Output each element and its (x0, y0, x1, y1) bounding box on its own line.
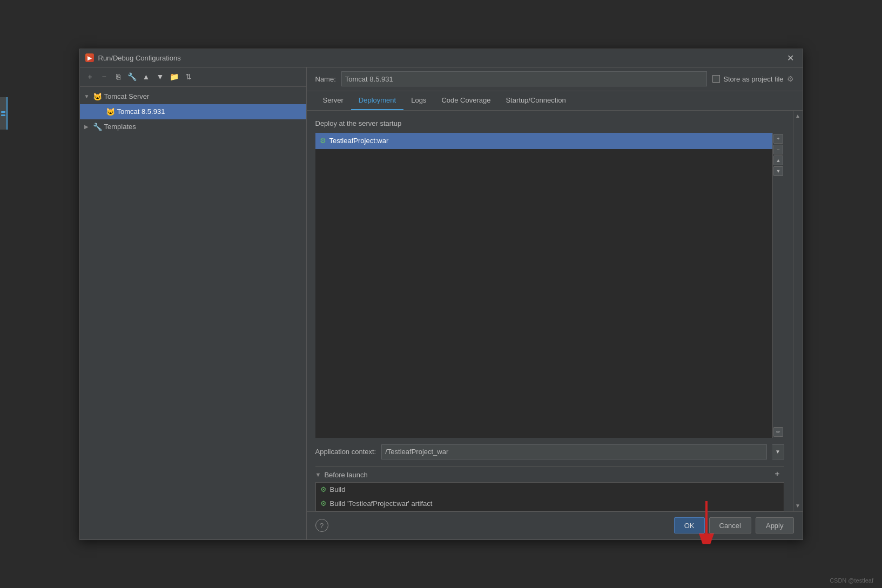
deploy-edit-btn[interactable]: ✏ (773, 427, 783, 437)
tomcat-group-label: Tomcat Server (104, 92, 150, 100)
before-launch-list: ⚙ Build ⚙ Build 'TestleafProject:war' ar… (315, 482, 784, 511)
tomcat-child-icon: 🐱 (106, 107, 115, 116)
tree-item-tomcat-config[interactable]: 🐱 Tomcat 8.5.931 (80, 104, 306, 119)
app-context-row: Application context: ▼ (315, 438, 784, 466)
tab-deployment[interactable]: Deployment (351, 91, 403, 110)
before-launch-header: ▼ Before launch (315, 467, 368, 482)
config-sidebar: + − ⎘ 🔧 ▲ ▼ 📁 ⇅ ▼ 🐱 Tomcat Server (80, 67, 307, 539)
before-launch-collapse-arrow[interactable]: ▼ (315, 471, 321, 478)
app-context-dropdown-btn[interactable]: ▼ (772, 444, 784, 459)
sidebar-toolbar: + − ⎘ 🔧 ▲ ▼ 📁 ⇅ (80, 67, 306, 87)
tab-startup-connection[interactable]: Startup/Connection (498, 91, 573, 110)
before-launch-label-1: Build 'TestleafProject:war' artifact (330, 499, 433, 508)
tab-content: Deploy at the server startup ⚙ TestleafP… (307, 111, 803, 511)
help-button[interactable]: ? (315, 519, 328, 532)
dialog-footer: ? OK Cancel Apply (307, 511, 803, 539)
expand-arrow-templates: ▶ (84, 124, 91, 130)
move-up-btn[interactable]: ▲ (140, 71, 152, 83)
store-checkbox[interactable] (712, 75, 720, 83)
tabs-bar: Server Deployment Logs Code Coverage Sta… (307, 91, 803, 111)
tab-code-coverage[interactable]: Code Coverage (434, 91, 498, 110)
deploy-remove-btn[interactable]: − (773, 145, 783, 154)
intellij-icon: ▶ (85, 53, 94, 62)
deploy-area-row: ⚙ TestleafProject:war + − ▲ (315, 133, 784, 438)
dialog-titlebar: ▶ Run/Debug Configurations ✕ (80, 49, 803, 67)
before-launch-header-row: ▼ Before launch + (315, 467, 784, 482)
wrench-btn[interactable]: 🔧 (126, 71, 138, 83)
app-context-label: Application context: (315, 448, 376, 456)
ok-button[interactable]: OK (674, 517, 705, 533)
main-scrollbar[interactable]: ▲ ▼ (793, 111, 803, 511)
before-launch-label-0: Build (330, 485, 346, 494)
deploy-item-icon-0: ⚙ (320, 137, 326, 145)
settings-gear-icon[interactable]: ⚙ (787, 75, 794, 83)
dialog-title: Run/Debug Configurations (98, 54, 181, 62)
app-context-input[interactable] (381, 444, 766, 459)
tab-server[interactable]: Server (315, 91, 351, 110)
deploy-up-btn[interactable]: ▲ (773, 156, 783, 165)
add-config-btn[interactable]: + (84, 71, 96, 83)
before-launch-section: ▼ Before launch + ⚙ Build (315, 466, 784, 511)
name-input[interactable] (341, 71, 707, 86)
tomcat-config-label: Tomcat 8.5.931 (117, 107, 165, 116)
folder-btn[interactable]: 📁 (169, 71, 180, 83)
config-tree: ▼ 🐱 Tomcat Server 🐱 Tomcat 8.5.931 ▶ 🔧 T… (80, 87, 306, 539)
templates-label: Templates (104, 123, 136, 131)
close-button[interactable]: ✕ (784, 51, 797, 64)
remove-config-btn[interactable]: − (98, 71, 110, 83)
watermark: CSDN @testleaf (830, 577, 873, 584)
deploy-down-btn[interactable]: ▼ (773, 166, 783, 176)
deploy-list-actions: + − ▲ ▼ ✏ (772, 133, 784, 438)
tab-logs[interactable]: Logs (403, 91, 434, 110)
sort-btn[interactable]: ⇅ (183, 71, 194, 83)
dialog-body: + − ⎘ 🔧 ▲ ▼ 📁 ⇅ ▼ 🐱 Tomcat Server (80, 67, 803, 539)
deploy-add-btn[interactable]: + (773, 134, 783, 144)
deploy-list-container: ⚙ TestleafProject:war (315, 133, 772, 438)
move-down-btn[interactable]: ▼ (154, 71, 166, 83)
deploy-item-label-0: TestleafProject:war (329, 137, 389, 145)
before-launch-icon-0: ⚙ (320, 485, 327, 494)
expand-arrow-tomcat: ▼ (84, 93, 91, 99)
scroll-up-btn[interactable]: ▲ (793, 112, 802, 120)
help-area: ? (315, 519, 670, 532)
apply-button[interactable]: Apply (756, 517, 794, 533)
store-checkbox-area: Store as project file ⚙ (712, 75, 793, 83)
titlebar-left: ▶ Run/Debug Configurations (85, 53, 181, 62)
tomcat-group-icon: 🐱 (93, 92, 102, 101)
run-debug-dialog: ▶ Run/Debug Configurations ✕ + − ⎘ 🔧 ▲ ▼… (79, 49, 803, 540)
main-panel: Name: Store as project file ⚙ Server Dep… (307, 67, 803, 539)
before-launch-add-btn[interactable]: + (770, 468, 784, 480)
before-launch-icon-1: ⚙ (320, 499, 327, 508)
name-label: Name: (315, 75, 336, 83)
name-row: Name: Store as project file ⚙ (307, 67, 803, 91)
partial-left-panel (0, 97, 8, 130)
templates-icon: 🔧 (93, 123, 102, 131)
copy-config-btn[interactable]: ⎘ (112, 71, 124, 83)
deployment-pane: Deploy at the server startup ⚙ TestleafP… (307, 111, 793, 511)
deploy-list-empty (315, 149, 772, 438)
store-label: Store as project file (723, 75, 783, 83)
deploy-section-label: Deploy at the server startup (315, 119, 784, 127)
tree-group-templates[interactable]: ▶ 🔧 Templates (80, 119, 306, 134)
before-launch-item-1[interactable]: ⚙ Build 'TestleafProject:war' artifact (316, 497, 784, 511)
cancel-button[interactable]: Cancel (709, 517, 751, 533)
before-launch-item-0[interactable]: ⚙ Build (316, 483, 784, 497)
scroll-down-btn[interactable]: ▼ (793, 502, 802, 510)
tree-group-tomcat-server[interactable]: ▼ 🐱 Tomcat Server (80, 89, 306, 104)
before-launch-label: Before launch (324, 471, 367, 479)
deploy-item-0[interactable]: ⚙ TestleafProject:war (315, 133, 772, 149)
